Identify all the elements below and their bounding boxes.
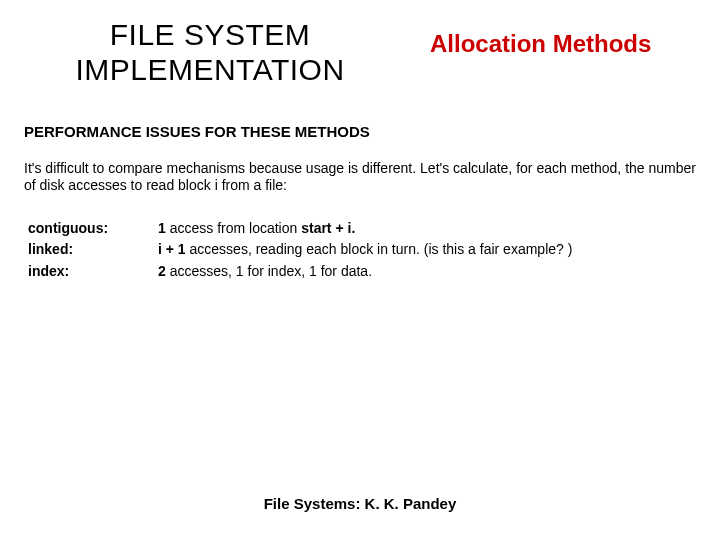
method-desc: 2 accesses, 1 for index, 1 for data. <box>158 261 720 283</box>
footer-text: File Systems: K. K. Pandey <box>0 495 720 512</box>
method-desc: 1 access from location start + i. <box>158 218 720 240</box>
method-label: linked: <box>28 239 158 261</box>
methods-desc-column: 1 access from location start + i. i + 1 … <box>158 218 720 283</box>
method-desc-text: accesses, reading each block in turn. (i… <box>190 241 573 257</box>
body-paragraph: It's difficult to compare mechanisms bec… <box>24 160 696 194</box>
page-title-left: FILE SYSTEM IMPLEMENTATION <box>40 18 380 87</box>
method-desc-bold: i + 1 <box>158 241 190 257</box>
method-desc-bold: 1 <box>158 220 170 236</box>
method-desc: i + 1 accesses, reading each block in tu… <box>158 239 720 261</box>
methods-labels-column: contiguous: linked: index: <box>28 218 158 283</box>
method-label: contiguous: <box>28 218 158 240</box>
method-desc-bold: 2 <box>158 263 170 279</box>
method-label: index: <box>28 261 158 283</box>
method-desc-text: access from location <box>170 220 302 236</box>
method-desc-bold: start + i. <box>301 220 355 236</box>
header: FILE SYSTEM IMPLEMENTATION Allocation Me… <box>0 0 720 87</box>
method-desc-text: accesses, 1 for index, 1 for data. <box>170 263 372 279</box>
page-title-right: Allocation Methods <box>430 30 651 58</box>
methods-table: contiguous: linked: index: 1 access from… <box>28 218 720 283</box>
section-subheading: PERFORMANCE ISSUES FOR THESE METHODS <box>24 123 720 140</box>
